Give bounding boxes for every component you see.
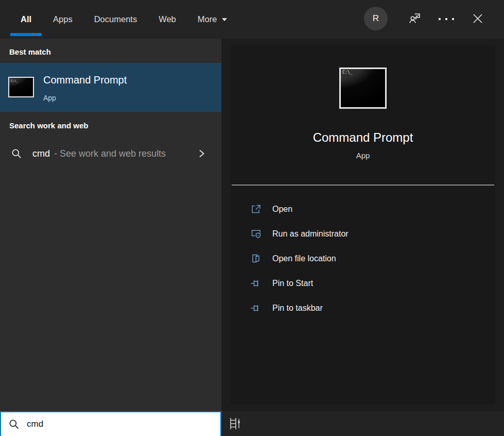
avatar-letter: R bbox=[373, 13, 379, 24]
divider bbox=[232, 185, 494, 186]
tab-all-label: All bbox=[21, 14, 31, 24]
web-search-result[interactable]: cmd - See work and web results bbox=[0, 140, 221, 167]
tab-documents-label: Documents bbox=[94, 14, 137, 24]
close-icon bbox=[471, 12, 484, 25]
best-match-result[interactable]: Command Prompt App bbox=[0, 63, 221, 112]
command-prompt-icon-large bbox=[339, 68, 387, 109]
ellipsis-icon bbox=[437, 17, 456, 21]
tab-more[interactable]: More bbox=[198, 0, 228, 39]
action-open-location-label: Open file location bbox=[272, 254, 336, 263]
web-result-description: - See work and web results bbox=[54, 148, 166, 159]
best-match-subtitle: App bbox=[43, 94, 56, 102]
tab-documents[interactable]: Documents bbox=[94, 0, 137, 39]
open-icon bbox=[250, 203, 262, 215]
chevron-right-icon bbox=[197, 148, 206, 159]
taskbar-app-icon[interactable] bbox=[228, 417, 242, 430]
search-input[interactable] bbox=[27, 419, 197, 429]
close-button[interactable] bbox=[470, 11, 485, 26]
action-pin-to-taskbar[interactable]: Pin to taskbar bbox=[231, 296, 495, 321]
chevron-down-icon bbox=[221, 18, 228, 22]
tab-apps-label: Apps bbox=[53, 14, 73, 24]
feedback-button[interactable] bbox=[407, 11, 423, 26]
preview-title: Command Prompt bbox=[231, 130, 495, 145]
action-pin-to-start[interactable]: Pin to Start bbox=[231, 271, 495, 296]
preview-panel: Command Prompt App Open bbox=[221, 39, 504, 411]
taskbar bbox=[221, 411, 504, 436]
pin-icon bbox=[250, 302, 262, 314]
best-match-header: Best match bbox=[9, 47, 51, 56]
taskbar-search-box[interactable] bbox=[0, 411, 221, 436]
search-icon bbox=[8, 418, 20, 430]
command-prompt-icon bbox=[8, 77, 34, 97]
action-open-file-location[interactable]: Open file location bbox=[231, 246, 495, 271]
tab-web[interactable]: Web bbox=[159, 0, 176, 39]
action-pin-taskbar-label: Pin to taskbar bbox=[272, 304, 323, 313]
tab-more-label: More bbox=[198, 14, 217, 24]
tab-all[interactable]: All bbox=[21, 0, 31, 39]
feedback-icon bbox=[408, 11, 422, 26]
user-avatar[interactable]: R bbox=[364, 7, 388, 30]
search-icon bbox=[10, 147, 23, 160]
admin-shield-icon bbox=[250, 228, 262, 240]
search-filter-bar: All Apps Documents Web More R bbox=[0, 0, 504, 39]
more-options-button[interactable] bbox=[437, 15, 456, 23]
action-run-admin-label: Run as administrator bbox=[272, 229, 349, 239]
action-pin-start-label: Pin to Start bbox=[272, 279, 313, 288]
topbar-actions: R bbox=[350, 0, 504, 39]
pin-icon bbox=[250, 277, 262, 290]
web-result-query: cmd bbox=[32, 148, 50, 159]
best-match-title: Command Prompt bbox=[43, 74, 127, 86]
preview-subtitle: App bbox=[231, 151, 495, 160]
tab-web-label: Web bbox=[159, 14, 176, 24]
windows-search-flyout: All Apps Documents Web More R bbox=[0, 0, 504, 436]
action-open-label: Open bbox=[272, 205, 292, 214]
folder-icon bbox=[250, 253, 262, 265]
preview-card: Command Prompt App Open bbox=[231, 45, 495, 405]
action-open[interactable]: Open bbox=[231, 197, 495, 222]
tab-apps[interactable]: Apps bbox=[53, 0, 73, 39]
filter-tabs: All Apps Documents Web More bbox=[21, 0, 228, 39]
web-section-header: Search work and web bbox=[9, 121, 88, 130]
context-actions: Open Run as administrator bbox=[231, 197, 495, 321]
action-run-as-administrator[interactable]: Run as administrator bbox=[231, 222, 495, 246]
results-panel: Best match Command Prompt App Search wor… bbox=[0, 39, 221, 411]
